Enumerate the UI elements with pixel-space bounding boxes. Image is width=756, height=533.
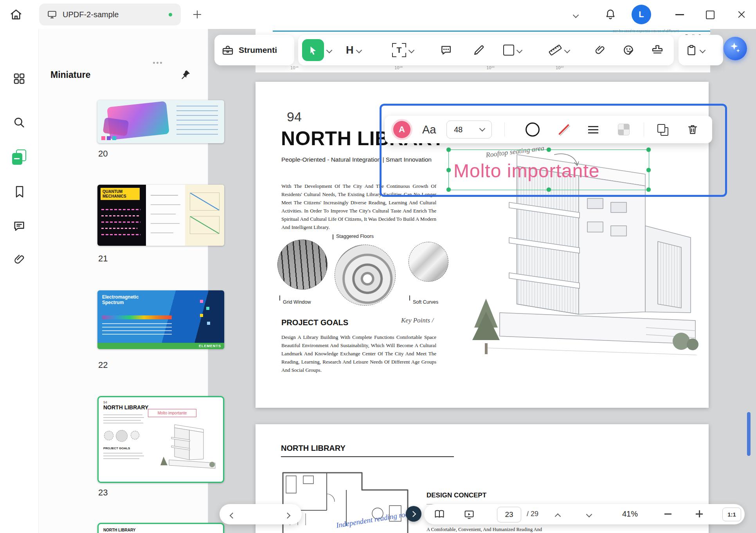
attach-tool-button[interactable] bbox=[594, 35, 606, 65]
tools-launcher-card: Strumenti bbox=[214, 35, 294, 65]
copy-icon bbox=[657, 124, 669, 135]
thumb22-chip4 bbox=[207, 322, 210, 325]
remnant-freq-2: 10¹⁸ bbox=[394, 66, 403, 70]
prev-page-button[interactable] bbox=[230, 512, 235, 519]
annotations-button[interactable] bbox=[13, 219, 26, 232]
duplicate-button[interactable] bbox=[657, 116, 669, 143]
font-size-select[interactable]: 48 bbox=[446, 116, 492, 143]
page-total-label: / 29 bbox=[527, 510, 538, 518]
maximize-button[interactable] bbox=[706, 11, 715, 19]
avatar[interactable]: L bbox=[632, 5, 651, 24]
document-tab[interactable]: UPDF-2-sample bbox=[39, 4, 181, 25]
thumb22-chip3 bbox=[200, 314, 203, 317]
measure-tool-button[interactable] bbox=[549, 35, 569, 65]
thumb20-chip3 bbox=[112, 136, 116, 140]
page-down-button[interactable] bbox=[587, 511, 591, 518]
next-page-button[interactable] bbox=[285, 512, 290, 519]
actual-size-button[interactable]: 1:1 bbox=[722, 508, 741, 521]
drag-dots-icon bbox=[153, 62, 155, 64]
thumb22-title: Electromagnetic Spectrum bbox=[102, 294, 153, 306]
thumbnails-panel-button[interactable] bbox=[12, 149, 26, 165]
pin-panel-button[interactable] bbox=[180, 69, 191, 81]
home-icon bbox=[9, 8, 23, 21]
stamp-icon bbox=[651, 44, 664, 56]
font-color-button[interactable]: A bbox=[393, 116, 410, 143]
page-up-button[interactable] bbox=[556, 513, 560, 520]
chevron-down-icon bbox=[573, 12, 579, 18]
select-tool-button-active[interactable] bbox=[302, 35, 331, 65]
page2-title: NORTH LIBRARY bbox=[281, 444, 346, 453]
shapes-tool-button[interactable] bbox=[503, 35, 522, 65]
thumb21-mid bbox=[146, 185, 185, 246]
page-view-mode-button[interactable] bbox=[434, 509, 445, 520]
panel-drag-handle[interactable] bbox=[153, 62, 155, 64]
fmt-divider-1 bbox=[504, 122, 505, 137]
page-thumbnail-23-current[interactable]: 94 NORTH LIBRARY Molto importante PROJEC… bbox=[97, 396, 224, 483]
thumbnails-panel: Miniature 20 QUANTUM MECHANICS bbox=[38, 29, 208, 533]
attachments-button[interactable] bbox=[13, 253, 25, 266]
scrollbar-track[interactable] bbox=[747, 29, 751, 533]
square-shape-icon bbox=[503, 45, 514, 56]
stroke-color-button[interactable] bbox=[526, 116, 540, 143]
thumb23-num: 94 bbox=[103, 400, 107, 404]
no-fill-button[interactable] bbox=[558, 116, 570, 143]
line-spacing-button[interactable] bbox=[588, 116, 598, 143]
presentation-mode-button[interactable] bbox=[463, 509, 475, 520]
chevron-down-icon bbox=[409, 47, 415, 53]
scrollbar-thumb[interactable] bbox=[747, 412, 751, 456]
clipboard-tool-button[interactable] bbox=[686, 35, 705, 65]
thumb22-spectrum-bar bbox=[102, 315, 172, 319]
stamp-tool-button[interactable] bbox=[651, 35, 664, 65]
search-button[interactable] bbox=[13, 116, 26, 129]
apps-grid-icon bbox=[13, 72, 26, 85]
delete-button[interactable] bbox=[687, 116, 698, 143]
new-tab-button[interactable] bbox=[193, 10, 202, 20]
bookmark-icon bbox=[13, 185, 26, 199]
tabs-dropdown-button[interactable] bbox=[574, 12, 578, 19]
apps-grid-button[interactable] bbox=[13, 72, 26, 85]
bell-icon bbox=[604, 8, 617, 21]
stroke-ring-icon bbox=[526, 122, 540, 137]
comment-tool-button[interactable] bbox=[440, 35, 452, 65]
ai-assistant-button[interactable] bbox=[724, 37, 747, 60]
chevron-up-icon bbox=[555, 513, 561, 520]
minimize-button[interactable] bbox=[675, 14, 684, 15]
zoom-level-label[interactable]: 41% bbox=[622, 510, 638, 519]
bookmarks-button[interactable] bbox=[13, 185, 26, 199]
left-rail bbox=[0, 29, 38, 533]
remnant-freq-1: 10¹⁶ bbox=[290, 66, 299, 70]
thumb23-highlight-box: Molto importante bbox=[148, 409, 196, 417]
opacity-button[interactable] bbox=[618, 116, 630, 143]
paperclip-icon bbox=[13, 253, 25, 266]
staggered-floors-image bbox=[335, 245, 396, 306]
remnant-freq-4: 10²² bbox=[556, 66, 564, 70]
home-button[interactable] bbox=[9, 8, 23, 21]
tools-button-label: Strumenti bbox=[239, 45, 277, 55]
zoom-in-button[interactable] bbox=[696, 510, 703, 517]
text-tool-button[interactable]: T bbox=[392, 35, 414, 65]
thumb21-formula1 bbox=[101, 209, 140, 210]
page-thumbnail-20[interactable] bbox=[97, 100, 224, 143]
page-thumbnail-22[interactable]: Electromagnetic Spectrum ELEMENTS bbox=[97, 290, 224, 349]
expand-controls-button[interactable] bbox=[406, 506, 421, 522]
page-thumbnail-21[interactable]: QUANTUM MECHANICS bbox=[97, 185, 224, 246]
project-goals-paragraph: Design A Library Building With Complete … bbox=[281, 333, 436, 374]
close-button[interactable] bbox=[737, 10, 746, 19]
tools-button[interactable]: Strumenti bbox=[214, 35, 294, 65]
thumb23-circle3 bbox=[131, 431, 139, 439]
heading-tool-button[interactable]: H bbox=[346, 35, 361, 65]
sticker-tool-button[interactable] bbox=[622, 35, 635, 65]
page-thumbnail-24[interactable]: NORTH LIBRARY DESIGN CONCEPT bbox=[97, 523, 224, 533]
thumb22-footer-label: ELEMENTS bbox=[199, 344, 221, 348]
font-family-button[interactable]: Aa bbox=[422, 116, 436, 143]
pen-tool-button[interactable] bbox=[473, 35, 485, 65]
page-number-input[interactable]: 23 bbox=[497, 507, 521, 522]
thumb22-chip2 bbox=[206, 307, 209, 310]
design-concept-title: DESIGN CONCEPT bbox=[427, 492, 486, 499]
remnant-freq-3: 10²⁰ bbox=[486, 66, 495, 70]
checkerboard-icon bbox=[618, 124, 630, 135]
label-grid-window: Grid Window bbox=[283, 299, 311, 305]
lines-icon bbox=[588, 126, 598, 127]
zoom-out-button[interactable] bbox=[664, 513, 671, 515]
notifications-button[interactable] bbox=[604, 8, 617, 21]
